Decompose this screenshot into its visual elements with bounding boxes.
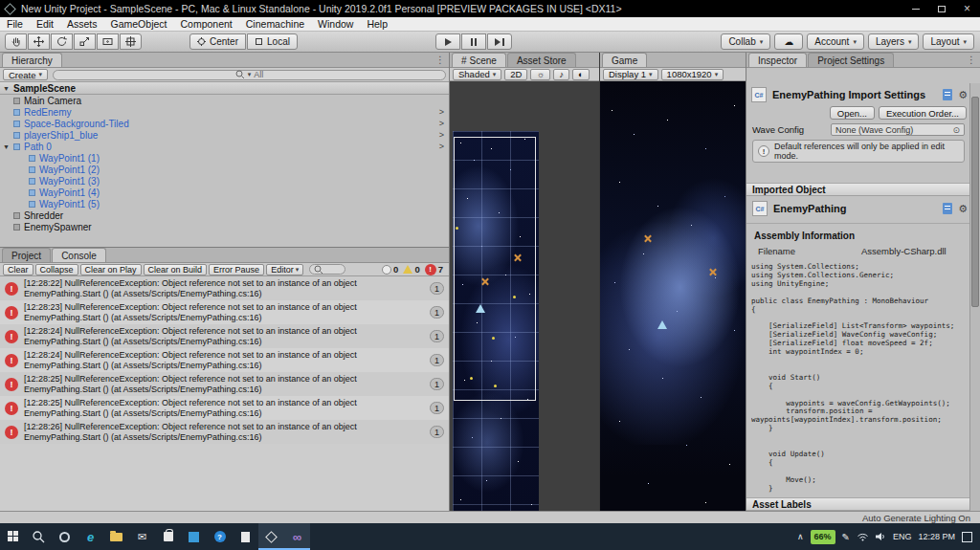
hierarchy-item-waypoint1[interactable]: WayPoint1 (1) bbox=[0, 152, 449, 164]
help-doc-icon[interactable] bbox=[943, 89, 952, 100]
console-log-row[interactable]: ![12:28:26] NullReferenceException: Obje… bbox=[0, 420, 449, 444]
scene-lighting-toggle[interactable]: ☼ bbox=[530, 69, 550, 80]
pause-button[interactable] bbox=[461, 33, 486, 50]
mail-button[interactable]: ✉ bbox=[129, 523, 155, 550]
console-log-row[interactable]: ![12:28:25] NullReferenceException: Obje… bbox=[0, 396, 449, 420]
start-button[interactable] bbox=[0, 523, 26, 550]
file-explorer-button[interactable] bbox=[103, 523, 129, 550]
scene-effects-toggle[interactable]: ◐ bbox=[572, 69, 590, 80]
hand-tool-button[interactable] bbox=[5, 33, 27, 50]
panel-menu-icon[interactable]: ⋮ bbox=[435, 55, 445, 65]
unity-taskbar-button[interactable] bbox=[258, 523, 284, 550]
clear-button[interactable]: Clear bbox=[3, 264, 33, 275]
menu-item-window[interactable]: Window bbox=[311, 17, 360, 31]
hierarchy-item-playership[interactable]: playerShip1_blue> bbox=[0, 129, 449, 141]
help-app-button[interactable]: ? bbox=[207, 523, 233, 550]
menu-item-cinemachine[interactable]: Cinemachine bbox=[239, 17, 311, 31]
cloud-button[interactable]: ☁ bbox=[774, 33, 803, 50]
expander-icon[interactable]: ▼ bbox=[3, 85, 10, 92]
resolution-dropdown[interactable]: 1080x1920▾ bbox=[661, 69, 724, 80]
tab-scene[interactable]: #Scene bbox=[452, 53, 506, 67]
edge-button[interactable]: e bbox=[78, 523, 103, 550]
scene-header-row[interactable]: ▼ SampleScene bbox=[0, 82, 449, 95]
tab-project-settings[interactable]: Project Settings bbox=[808, 53, 894, 67]
collapse-button[interactable]: Collapse bbox=[35, 264, 78, 275]
console-log-row[interactable]: ![12:28:24] NullReferenceException: Obje… bbox=[0, 324, 449, 348]
scale-tool-button[interactable] bbox=[74, 33, 96, 50]
scrollbar-thumb[interactable] bbox=[971, 97, 979, 307]
info-count[interactable]: 0 bbox=[382, 264, 398, 275]
scene-viewport[interactable] bbox=[450, 81, 599, 511]
create-button[interactable]: Create▾ bbox=[3, 69, 48, 80]
tab-game[interactable]: Game bbox=[602, 53, 647, 67]
prefab-arrow-icon[interactable]: > bbox=[439, 119, 444, 128]
panel-menu-icon[interactable]: ⋮ bbox=[967, 55, 976, 65]
menu-item-edit[interactable]: Edit bbox=[30, 17, 60, 31]
tab-console[interactable]: Console bbox=[52, 248, 106, 262]
prefab-arrow-icon[interactable]: > bbox=[439, 130, 444, 140]
pen-icon[interactable]: ✎ bbox=[842, 532, 850, 542]
hierarchy-item-main-camera[interactable]: Main Camera bbox=[0, 95, 449, 106]
battery-indicator[interactable]: 66% bbox=[811, 530, 835, 544]
gear-icon[interactable]: ⚙ bbox=[958, 90, 968, 100]
hierarchy-item-waypoint5[interactable]: WayPoint1 (5) bbox=[0, 198, 449, 209]
inspector-scrollbar[interactable] bbox=[969, 83, 980, 511]
transform-tool-button[interactable] bbox=[120, 33, 142, 50]
console-log-row[interactable]: ![12:28:22] NullReferenceException: Obje… bbox=[0, 276, 449, 300]
hierarchy-item-path0[interactable]: ▼Path 0> bbox=[0, 141, 449, 152]
menu-item-component[interactable]: Component bbox=[173, 17, 238, 31]
error-pause-button[interactable]: Error Pause bbox=[209, 264, 264, 275]
prefab-arrow-icon[interactable]: > bbox=[439, 142, 444, 151]
account-dropdown[interactable]: Account▾ bbox=[807, 33, 864, 50]
rect-tool-button[interactable] bbox=[97, 33, 119, 50]
tab-project[interactable]: Project bbox=[2, 248, 51, 262]
console-log-row[interactable]: ![12:28:25] NullReferenceException: Obje… bbox=[0, 372, 449, 396]
asset-labels-header[interactable]: Asset Labels bbox=[746, 497, 969, 511]
step-button[interactable] bbox=[487, 33, 512, 50]
rotate-tool-button[interactable] bbox=[51, 33, 73, 50]
console-log-row[interactable]: ![12:28:23] NullReferenceException: Obje… bbox=[0, 300, 449, 324]
layers-dropdown[interactable]: Layers▾ bbox=[868, 33, 920, 50]
store-button[interactable] bbox=[155, 523, 181, 550]
documents-button[interactable] bbox=[233, 523, 258, 550]
execution-order-button[interactable]: Execution Order... bbox=[879, 106, 967, 120]
error-count[interactable]: !7 bbox=[425, 264, 443, 275]
console-search-input[interactable] bbox=[309, 264, 345, 275]
game-viewport[interactable] bbox=[600, 81, 746, 511]
clear-on-play-button[interactable]: Clear on Play bbox=[80, 264, 142, 275]
tab-hierarchy[interactable]: Hierarchy bbox=[2, 53, 62, 67]
toggle-2d-button[interactable]: 2D bbox=[504, 69, 527, 80]
wave-config-object-field[interactable]: None (Wave Config) ⊙ bbox=[831, 123, 965, 136]
photos-button[interactable] bbox=[181, 523, 207, 550]
notification-center-icon[interactable] bbox=[962, 532, 972, 542]
maximize-button[interactable] bbox=[928, 0, 954, 17]
tab-asset-store[interactable]: Asset Store bbox=[507, 53, 576, 67]
editor-dropdown[interactable]: Editor▾ bbox=[266, 264, 303, 275]
hierarchy-item-waypoint3[interactable]: WayPoint1 (3) bbox=[0, 175, 449, 187]
minimize-button[interactable] bbox=[902, 0, 928, 17]
taskbar-search-button[interactable] bbox=[26, 523, 52, 550]
visual-studio-button[interactable]: ∞ bbox=[284, 523, 310, 550]
gear-icon[interactable]: ⚙ bbox=[958, 204, 968, 214]
open-script-button[interactable]: Open... bbox=[830, 106, 875, 120]
menu-item-help[interactable]: Help bbox=[360, 17, 394, 31]
hierarchy-item-space-background[interactable]: Space-Background-Tiled> bbox=[0, 118, 449, 129]
speaker-icon[interactable] bbox=[876, 532, 886, 541]
hierarchy-item-redenemy[interactable]: RedEnemy> bbox=[0, 106, 449, 118]
pivot-local-button[interactable]: Local bbox=[247, 33, 298, 50]
language-indicator[interactable]: ENG bbox=[893, 532, 912, 541]
collab-button[interactable]: Collab▾ bbox=[721, 33, 770, 50]
clear-on-build-button[interactable]: Clear on Build bbox=[144, 264, 208, 275]
pivot-center-button[interactable]: Center bbox=[189, 33, 246, 50]
help-doc-icon[interactable] bbox=[943, 203, 952, 214]
tab-inspector[interactable]: Inspector bbox=[748, 53, 807, 67]
hierarchy-item-waypoint2[interactable]: WayPoint1 (2) bbox=[0, 164, 449, 175]
menu-item-assets[interactable]: Assets bbox=[60, 17, 104, 31]
shading-mode-dropdown[interactable]: Shaded▾ bbox=[453, 69, 501, 80]
scene-audio-toggle[interactable]: ♪ bbox=[553, 69, 569, 80]
layout-dropdown[interactable]: Layout▾ bbox=[923, 33, 974, 50]
warning-count[interactable]: 0 bbox=[403, 264, 419, 275]
object-picker-icon[interactable]: ⊙ bbox=[952, 125, 960, 135]
cortana-button[interactable] bbox=[52, 523, 78, 550]
play-button[interactable] bbox=[435, 33, 460, 50]
